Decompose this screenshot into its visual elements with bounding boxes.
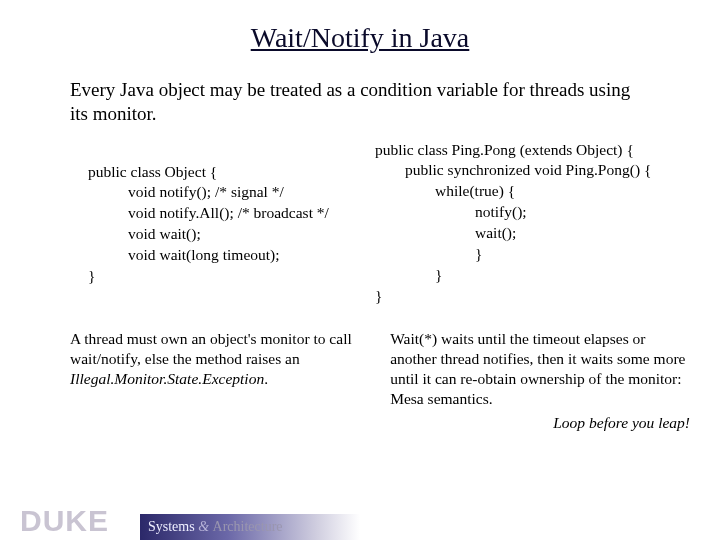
code-right-block: public class Ping.Pong (extends Object) … bbox=[375, 140, 680, 307]
notes-row: A thread must own an object's monitor to… bbox=[0, 307, 720, 434]
code-left-block: public class Object { void notify(); /* … bbox=[70, 140, 375, 307]
footer-branding: DUKE Systems & Architecture bbox=[0, 502, 360, 540]
footer-gradient-bar: Systems & Architecture bbox=[140, 514, 360, 540]
code-line: notify(); bbox=[375, 202, 680, 223]
footer-subtitle: Systems & Architecture bbox=[148, 519, 283, 535]
code-line: public class Ping.Pong (extends Object) … bbox=[375, 140, 680, 161]
footer-systems: Systems bbox=[148, 519, 195, 534]
note-right-body: Wait(*) waits until the timeout elapses … bbox=[390, 329, 690, 410]
note-left-text: A thread must own an object's monitor to… bbox=[70, 330, 352, 367]
slide-title: Wait/Notify in Java bbox=[0, 0, 720, 54]
code-line: public class Object { bbox=[88, 162, 375, 183]
code-line: void wait(long timeout); bbox=[88, 245, 375, 266]
code-line: void notify.All(); /* broadcast */ bbox=[88, 203, 375, 224]
code-line: void notify(); /* signal */ bbox=[88, 182, 375, 203]
code-columns: public class Object { void notify(); /* … bbox=[0, 126, 720, 307]
intro-text: Every Java object may be treated as a co… bbox=[0, 54, 720, 126]
code-line: } bbox=[375, 286, 680, 307]
code-line: wait(); bbox=[375, 223, 680, 244]
code-line: } bbox=[88, 266, 375, 287]
footer-architecture: Architecture bbox=[213, 519, 283, 534]
code-line: public synchronized void Ping.Pong() { bbox=[375, 160, 680, 181]
code-line: while(true) { bbox=[375, 181, 680, 202]
footer-ampersand: & bbox=[195, 519, 213, 534]
note-left: A thread must own an object's monitor to… bbox=[70, 329, 370, 434]
duke-logo-text: DUKE bbox=[0, 504, 109, 540]
code-line: void wait(); bbox=[88, 224, 375, 245]
code-line: } bbox=[375, 244, 680, 265]
note-right: Wait(*) waits until the timeout elapses … bbox=[390, 329, 690, 434]
note-left-period: . bbox=[264, 370, 268, 387]
loop-before-leap: Loop before you leap! bbox=[390, 409, 690, 433]
exception-name: Illegal.Monitor.State.Exception bbox=[70, 370, 264, 387]
code-line: } bbox=[375, 265, 680, 286]
